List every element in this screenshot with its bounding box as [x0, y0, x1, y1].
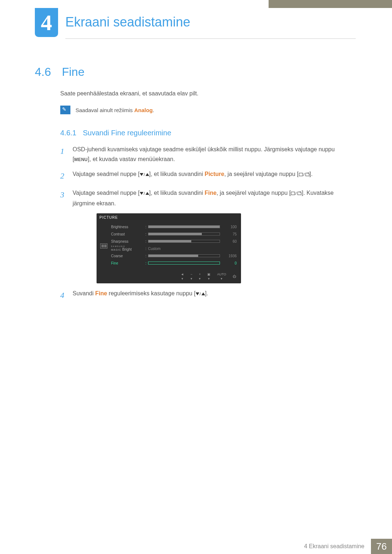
- svg-marker-0: [140, 173, 143, 176]
- osd-label: Fine: [111, 261, 144, 265]
- text: Suvandi: [73, 290, 95, 296]
- osd-row-sharpness: Sharpness : 60: [111, 238, 237, 245]
- note-prefix: Saadaval ainult režiimis: [75, 107, 134, 113]
- down-up-arrows-icon: /: [196, 289, 205, 299]
- osd-side-icon-col: [97, 222, 111, 270]
- osd-value: 0: [224, 261, 237, 265]
- text: , ja seejärel vajutage nuppu [: [224, 171, 299, 177]
- enter-source-icon: /: [291, 189, 302, 198]
- enter-source-icon: /: [299, 170, 310, 180]
- text: reguleerimiseks kasutage nuppu [: [107, 290, 196, 296]
- svg-marker-14: [196, 292, 199, 295]
- footer-page-number: 76: [371, 539, 392, 554]
- osd-rows: Brightness : 100 Contrast : 75 Sharpness…: [111, 222, 241, 270]
- svg-marker-7: [140, 192, 143, 195]
- top-accent-bar: [269, 0, 392, 8]
- note-row: Saadaval ainult režiimis Analog.: [60, 106, 354, 114]
- osd-row-magic-bright: SAMSUNGMAGIC Bright : Custom: [111, 245, 237, 252]
- osd-row-fine-selected: Fine : 0: [111, 259, 237, 267]
- osd-label: Contrast: [111, 232, 144, 236]
- svg-marker-16: [201, 292, 205, 295]
- osd-label: Sharpness: [111, 239, 144, 243]
- svg-rect-10: [291, 192, 295, 195]
- osd-row-brightness: Brightness : 100: [111, 223, 237, 230]
- osd-footer: ◄▾ −▾ +▾ ▣▾ AUTO▾ ⏻: [97, 270, 241, 283]
- svg-text:/: /: [303, 172, 305, 177]
- subsection-number: 4.6.1: [60, 129, 76, 137]
- subsection-title: Suvandi Fine reguleerimine: [83, 129, 171, 137]
- note-icon: [60, 106, 70, 114]
- osd-nav-auto-icon: AUTO▾: [217, 272, 226, 280]
- picture-category-icon: [100, 243, 107, 249]
- osd-label: SAMSUNGMAGIC Bright: [111, 246, 144, 251]
- osd-nav-plus-icon: +▾: [199, 272, 201, 280]
- step-number: 3: [60, 188, 67, 208]
- step-body: Suvandi Fine reguleerimiseks kasutage nu…: [73, 288, 354, 302]
- osd-value: Custom: [148, 247, 160, 251]
- step-body: Vajutage seadmel nuppe [/], et liikuda s…: [73, 188, 354, 208]
- section-title: Fine: [62, 65, 84, 78]
- highlight: Fine: [205, 190, 217, 196]
- svg-text:/: /: [144, 172, 145, 177]
- svg-text:/: /: [295, 191, 297, 196]
- note-text: Saadaval ainult režiimis Analog.: [75, 107, 154, 113]
- osd-row-contrast: Contrast : 75: [111, 230, 237, 238]
- footer-text: 4 Ekraani seadistamine: [298, 539, 371, 554]
- osd-title: PICTURE: [97, 213, 241, 222]
- page-footer: 4 Ekraani seadistamine 76: [298, 539, 392, 554]
- text: ], et kuvada vastav menüüekraan.: [88, 156, 175, 162]
- osd-nav-minus-icon: −▾: [191, 272, 192, 280]
- note-highlight: Analog: [134, 107, 153, 113]
- svg-marker-2: [146, 173, 149, 176]
- svg-rect-3: [299, 173, 303, 176]
- down-up-arrows-icon: /: [140, 189, 149, 198]
- text: , ja seejärel vajutage nuppu [: [217, 190, 291, 196]
- osd-value: 1936: [224, 254, 237, 258]
- highlight: Picture: [205, 171, 224, 177]
- step-number: 4: [60, 288, 67, 302]
- section-number: 4.6: [35, 65, 60, 79]
- osd-nav-enter-icon: ▣▾: [207, 272, 211, 280]
- text: ].: [205, 290, 208, 296]
- chapter-divider: [65, 38, 356, 39]
- osd-nav-left-icon: ◄▾: [181, 272, 184, 280]
- text: Vajutage seadmel nuppe [: [73, 171, 140, 177]
- osd-row-coarse: Coarse : 1936: [111, 252, 237, 259]
- highlight: Fine: [95, 290, 107, 296]
- step-4: 4 Suvandi Fine reguleerimiseks kasutage …: [60, 288, 354, 302]
- step-number: 1: [60, 144, 67, 164]
- osd-label: Coarse: [111, 254, 144, 258]
- step-body: Vajutage seadmel nuppe [/], et liikuda s…: [73, 169, 354, 182]
- text: ], et liikuda suvandini: [149, 190, 205, 196]
- step-3: 3 Vajutage seadmel nuppe [/], et liikuda…: [60, 188, 354, 208]
- text: ], et liikuda suvandini: [149, 171, 205, 177]
- svg-text:/: /: [144, 191, 145, 196]
- chapter-number-tab: 4: [35, 8, 58, 37]
- chapter-title: Ekraani seadistamine: [65, 15, 190, 30]
- osd-screenshot: PICTURE Brightness : 100 Contrast : 75: [97, 213, 241, 283]
- step-number: 2: [60, 169, 67, 182]
- osd-value: 60: [224, 239, 237, 243]
- step-2: 2 Vajutage seadmel nuppe [/], et liikuda…: [60, 169, 354, 182]
- step-1: 1 OSD-juhendi kuvamiseks vajutage seadme…: [60, 144, 354, 164]
- svg-marker-9: [146, 192, 149, 195]
- section-intro: Saate peenhäälestada ekraani, et saavuta…: [60, 90, 354, 97]
- down-up-arrows-icon: /: [140, 170, 149, 180]
- section-heading: 4.6 Fine: [35, 65, 354, 79]
- osd-value: 75: [224, 232, 237, 236]
- text: ].: [310, 171, 313, 177]
- osd-nav-power-icon: ⏻: [233, 275, 236, 278]
- page-content: 4.6 Fine Saate peenhäälestada ekraani, e…: [35, 65, 354, 307]
- text: Vajutage seadmel nuppe [: [73, 190, 140, 196]
- step-body: OSD-juhendi kuvamiseks vajutage seadme e…: [73, 144, 354, 164]
- note-suffix: .: [153, 107, 154, 113]
- svg-text:/: /: [200, 292, 201, 296]
- osd-label: Brightness: [111, 225, 144, 229]
- steps-list: 1 OSD-juhendi kuvamiseks vajutage seadme…: [60, 144, 354, 302]
- menu-label: MENU: [74, 157, 87, 162]
- osd-value: 100: [224, 225, 237, 229]
- subsection-heading: 4.6.1 Suvandi Fine reguleerimine: [60, 129, 354, 137]
